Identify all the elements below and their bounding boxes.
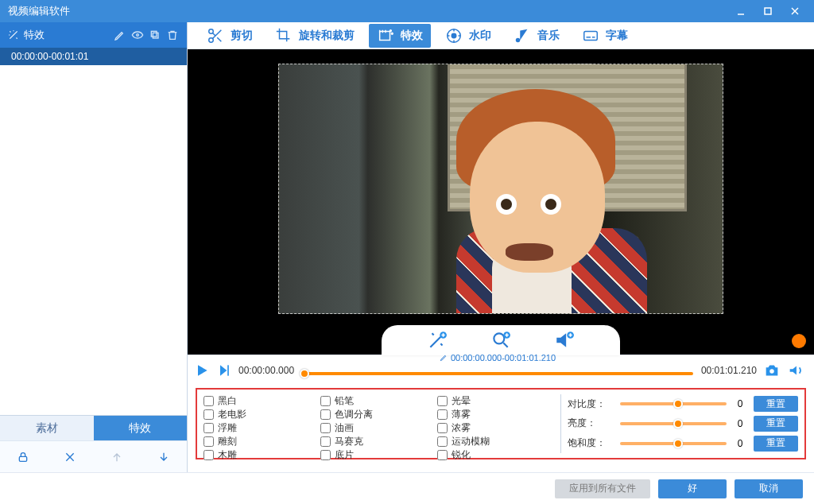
fx-check[interactable]: 老电影 <box>204 408 320 421</box>
scissors-icon <box>207 27 224 45</box>
slider-knob[interactable] <box>673 439 683 448</box>
fx-check[interactable]: 油画 <box>320 421 437 435</box>
fx-check[interactable]: 雕刻 <box>204 435 320 448</box>
quick-fx-bar <box>382 325 620 355</box>
svg-rect-1 <box>765 8 771 14</box>
toolbar: 剪切 旋转和裁剪 特效 水印 音乐 字幕 <box>188 22 814 49</box>
svg-rect-5 <box>153 33 158 38</box>
fx-check[interactable]: 马赛克 <box>320 435 437 448</box>
edit-pen-icon <box>440 353 448 362</box>
time-start: 00:00:00.000 <box>238 365 294 376</box>
volume-plus-icon[interactable] <box>554 330 575 351</box>
brand-logo <box>792 334 806 348</box>
tool-watermark[interactable]: 水印 <box>437 24 499 48</box>
tool-music[interactable]: 音乐 <box>506 24 568 48</box>
music-icon <box>514 27 531 45</box>
tool-rotate-crop[interactable]: 旋转和裁剪 <box>267 24 362 48</box>
edit-icon[interactable] <box>114 29 126 41</box>
sliders: 对比度： 0 重置 亮度： 0 重置 饱和度： 0 重置 <box>568 394 798 453</box>
wand-plus-icon[interactable] <box>427 330 448 351</box>
tab-effects[interactable]: 特效 <box>94 416 188 440</box>
fx-checks: 黑白 铅笔 光晕 老电影 色调分离 薄雾 浮雕 油画 浓雾 雕刻 马赛克 运动模… <box>204 394 554 453</box>
svg-point-16 <box>452 33 456 38</box>
ok-button[interactable]: 好 <box>658 479 727 498</box>
svg-point-26 <box>769 369 774 374</box>
svg-point-21 <box>494 333 504 343</box>
fx-panel: 黑白 铅笔 光晕 老电影 色调分离 薄雾 浮雕 油画 浓雾 雕刻 马赛克 运动模… <box>196 388 806 459</box>
step-button[interactable] <box>216 362 232 378</box>
reset-button[interactable]: 重置 <box>754 436 798 452</box>
sidebar-header-label: 特效 <box>24 28 45 42</box>
slider-track[interactable] <box>620 402 727 405</box>
remove-icon[interactable] <box>60 448 79 467</box>
svg-point-11 <box>209 37 214 42</box>
fx-check[interactable]: 黑白 <box>204 394 320 408</box>
svg-rect-12 <box>380 31 390 40</box>
video-frame[interactable] <box>278 64 723 314</box>
slider-brightness: 亮度： 0 重置 <box>568 416 798 432</box>
reset-button[interactable]: 重置 <box>754 396 798 412</box>
slider-saturation: 饱和度： 0 重置 <box>568 436 798 452</box>
reset-button[interactable]: 重置 <box>754 416 798 432</box>
tab-material[interactable]: 素材 <box>0 416 94 440</box>
crop-icon <box>275 27 293 45</box>
time-range-label: 00:00:00.000-00:01:01.210 <box>440 353 556 362</box>
fx-check[interactable]: 光晕 <box>437 394 554 408</box>
svg-rect-7 <box>20 456 27 461</box>
slider-knob[interactable] <box>673 419 683 428</box>
slider-contrast: 对比度： 0 重置 <box>568 396 798 412</box>
fx-check[interactable]: 锐化 <box>437 448 554 462</box>
svg-line-22 <box>503 343 507 347</box>
fx-check[interactable]: 薄雾 <box>437 408 554 421</box>
timeline-track[interactable]: 00:00:00.000-00:01:01.210 <box>302 364 693 377</box>
delete-icon[interactable] <box>166 29 179 41</box>
sidebar: 特效 00:00:00-00:01:01 素材 特效 <box>0 22 188 472</box>
minimize-button[interactable] <box>730 3 752 19</box>
titlebar: 视频编辑软件 <box>0 0 814 22</box>
preview-area <box>188 49 814 355</box>
close-button[interactable] <box>784 3 806 19</box>
copy-icon[interactable] <box>149 29 161 41</box>
sidebar-actions <box>0 440 187 472</box>
time-end: 00:01:01.210 <box>701 365 757 376</box>
fx-check[interactable]: 运动模糊 <box>437 435 554 448</box>
main: 剪切 旋转和裁剪 特效 水印 音乐 字幕 <box>188 22 814 472</box>
timeline-knob[interactable] <box>300 369 309 378</box>
svg-point-13 <box>390 29 392 31</box>
lock-icon[interactable] <box>14 448 33 467</box>
panel-divider <box>560 394 561 453</box>
snapshot-button[interactable] <box>763 362 781 379</box>
tool-effects[interactable]: 特效 <box>369 24 431 48</box>
svg-point-14 <box>391 33 393 34</box>
slider-track[interactable] <box>620 422 727 425</box>
svg-rect-6 <box>151 31 157 37</box>
fx-check[interactable]: 木雕 <box>204 448 320 462</box>
zoom-plus-icon[interactable] <box>490 330 511 351</box>
mute-button[interactable] <box>787 362 804 379</box>
move-down-icon[interactable] <box>154 448 173 467</box>
fx-check[interactable]: 底片 <box>320 448 437 462</box>
fx-check[interactable]: 浮雕 <box>204 421 320 435</box>
tool-cut[interactable]: 剪切 <box>199 24 261 48</box>
apply-all-button[interactable]: 应用到所有文件 <box>555 479 650 498</box>
fx-check[interactable]: 色调分离 <box>320 408 437 421</box>
clip-range-row[interactable]: 00:00:00-00:01:01 <box>0 48 187 65</box>
bottombar: 应用到所有文件 好 取消 <box>0 472 814 504</box>
play-button[interactable] <box>194 362 210 378</box>
window-title: 视频编辑软件 <box>8 4 725 18</box>
eye-icon[interactable] <box>131 29 144 41</box>
sidebar-empty <box>0 65 187 415</box>
subtitle-icon <box>582 27 599 45</box>
cancel-button[interactable]: 取消 <box>735 479 803 498</box>
slider-knob[interactable] <box>673 399 683 409</box>
maximize-button[interactable] <box>757 3 779 19</box>
sidebar-header: 特效 <box>0 22 187 48</box>
tool-subtitle[interactable]: 字幕 <box>574 24 636 48</box>
fx-check[interactable]: 铅笔 <box>320 394 437 408</box>
slider-track[interactable] <box>620 442 727 445</box>
svg-point-10 <box>209 29 214 33</box>
wand-icon <box>8 29 19 41</box>
watermark-icon <box>445 27 463 45</box>
move-up-icon[interactable] <box>107 448 126 467</box>
fx-check[interactable]: 浓雾 <box>437 421 554 435</box>
